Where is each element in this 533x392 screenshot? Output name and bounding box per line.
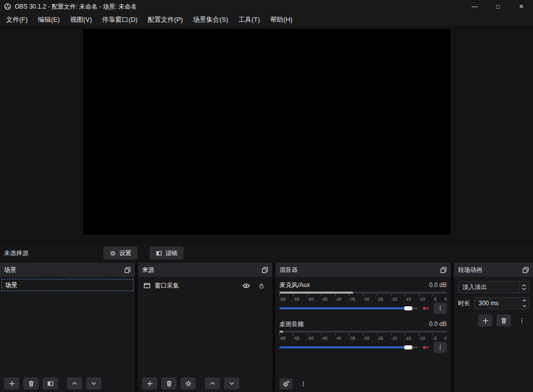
move-scene-up-button[interactable] xyxy=(67,377,82,389)
duration-value: 300 ms xyxy=(475,300,520,307)
channel-menu-kebab-icon[interactable] xyxy=(434,303,447,314)
volume-slider[interactable] xyxy=(279,344,418,351)
mixer-menu-kebab-icon[interactable] xyxy=(297,378,310,389)
channel-name: 麦克风/Aux xyxy=(279,281,310,290)
volume-slider-handle[interactable] xyxy=(404,306,412,310)
obs-logo-icon xyxy=(4,3,11,10)
lock-icon[interactable] xyxy=(256,280,267,291)
transition-menu-kebab-icon[interactable] xyxy=(515,314,529,327)
filters-icon xyxy=(156,250,162,257)
plus-icon xyxy=(147,380,153,387)
channel-menu-kebab-icon[interactable] xyxy=(434,342,447,353)
volume-meter xyxy=(279,292,447,294)
window-controls: — □ ✕ xyxy=(463,0,533,13)
dock-area: 场景 场景 xyxy=(0,263,533,392)
mixer-channel-mic: 麦克风/Aux 0.0 dB -60-55-50-45-40-35-30-25-… xyxy=(279,281,447,314)
plus-icon xyxy=(482,317,489,324)
mixer-dock-header: 混音器 xyxy=(275,263,451,277)
scene-list-item[interactable]: 场景 xyxy=(2,279,133,291)
transitions-dock-title: 转场动画 xyxy=(458,266,482,274)
meter-scale: -60-55-50-45-40-35-30-25-20-15-10-50 xyxy=(279,333,447,340)
channel-name: 桌面音频 xyxy=(279,320,304,329)
popout-icon[interactable] xyxy=(440,267,447,273)
sources-dock-header: 来源 xyxy=(138,263,272,277)
trash-icon xyxy=(501,317,507,324)
gear-icon xyxy=(185,380,192,387)
source-filters-button[interactable]: 滤镜 xyxy=(150,246,184,260)
mute-speaker-icon[interactable] xyxy=(422,344,430,351)
source-item-label: 窗口采集 xyxy=(155,281,179,290)
scene-list: 场景 xyxy=(0,277,135,375)
add-source-button[interactable] xyxy=(142,377,157,389)
move-scene-down-button[interactable] xyxy=(86,377,101,389)
volume-slider-handle[interactable] xyxy=(404,345,412,349)
mixer-body: 麦克风/Aux 0.0 dB -60-55-50-45-40-35-30-25-… xyxy=(275,277,451,392)
duration-label: 时长 xyxy=(458,299,470,308)
source-properties-button[interactable] xyxy=(181,377,196,389)
remove-source-button[interactable] xyxy=(161,377,176,389)
source-context-bar: 未选择源 设置 滤镜 xyxy=(0,243,533,263)
move-source-down-button[interactable] xyxy=(224,377,239,389)
menu-help[interactable]: 帮助(H) xyxy=(265,13,298,26)
popout-icon[interactable] xyxy=(124,267,131,273)
menu-scene-collection[interactable]: 场景集合(S) xyxy=(188,13,233,26)
trash-icon xyxy=(28,380,34,387)
audio-mixer-dock: 混音器 麦克风/Aux 0.0 dB xyxy=(275,263,451,392)
source-list-item[interactable]: 窗口采集 xyxy=(139,279,271,292)
mixer-dock-title: 混音器 xyxy=(279,266,298,274)
add-transition-button[interactable] xyxy=(478,314,492,327)
close-button[interactable]: ✕ xyxy=(510,0,533,13)
add-scene-button[interactable] xyxy=(4,377,19,389)
scene-item-label: 场景 xyxy=(5,281,17,290)
window-title: OBS 30.1.2 - 配置文件: 未命名 - 场景: 未命名 xyxy=(15,3,137,11)
duration-decrement-button[interactable] xyxy=(520,303,528,309)
popout-icon[interactable] xyxy=(522,267,529,273)
volume-meter-fill xyxy=(279,331,283,333)
volume-slider[interactable] xyxy=(279,305,418,312)
menu-view[interactable]: 视图(V) xyxy=(65,13,97,26)
advanced-audio-gear-icon[interactable] xyxy=(279,378,293,389)
program-canvas[interactable] xyxy=(82,28,451,236)
mute-speaker-icon[interactable] xyxy=(422,305,430,312)
meter-scale: -60-55-50-45-40-35-30-25-20-15-10-50 xyxy=(279,294,447,301)
sources-dock: 来源 窗口采集 xyxy=(138,263,272,392)
menu-file[interactable]: 文件(F) xyxy=(1,13,33,26)
source-filters-label: 滤镜 xyxy=(165,249,177,258)
scenes-dock-header: 场景 xyxy=(0,263,135,277)
popout-icon[interactable] xyxy=(262,267,268,273)
channel-db-value: 0.0 dB xyxy=(429,320,447,328)
chevron-up-icon xyxy=(209,380,216,386)
sources-toolbar xyxy=(138,375,272,392)
chevron-up-icon xyxy=(72,380,78,386)
menu-profile[interactable]: 配置文件(P) xyxy=(143,13,188,26)
maximize-button[interactable]: □ xyxy=(486,0,510,13)
titlebar: OBS 30.1.2 - 配置文件: 未命名 - 场景: 未命名 — □ ✕ xyxy=(0,0,533,13)
remove-transition-button[interactable] xyxy=(496,314,511,327)
scenes-dock-title: 场景 xyxy=(4,266,16,274)
remove-scene-button[interactable] xyxy=(23,377,39,389)
volume-meter xyxy=(279,331,447,333)
scene-filters-button[interactable] xyxy=(43,377,58,389)
menu-docks[interactable]: 停靠窗口(D) xyxy=(97,13,143,26)
menu-edit[interactable]: 编辑(E) xyxy=(33,13,65,26)
scenes-dock: 场景 场景 xyxy=(0,263,135,392)
transitions-dock-header: 转场动画 xyxy=(454,263,533,277)
preview-area xyxy=(0,27,533,243)
source-properties-button[interactable]: 设置 xyxy=(103,246,137,260)
window-capture-icon xyxy=(144,282,151,289)
menu-tools[interactable]: 工具(T) xyxy=(233,13,265,26)
move-source-up-button[interactable] xyxy=(205,377,220,389)
mixer-toolbar xyxy=(279,378,310,389)
duration-spinbox[interactable]: 300 ms xyxy=(474,297,529,309)
plus-icon xyxy=(9,380,15,387)
volume-meter-fill xyxy=(279,292,353,294)
duration-increment-button[interactable] xyxy=(520,298,528,303)
source-list: 窗口采集 xyxy=(138,277,272,375)
visibility-eye-icon[interactable] xyxy=(240,280,252,291)
combo-arrows-icon xyxy=(519,281,528,293)
transition-select[interactable]: 淡入淡出 xyxy=(458,281,529,293)
chevron-down-icon xyxy=(91,380,97,386)
gear-icon xyxy=(110,250,116,257)
source-properties-label: 设置 xyxy=(119,249,131,258)
minimize-button[interactable]: — xyxy=(463,0,486,13)
